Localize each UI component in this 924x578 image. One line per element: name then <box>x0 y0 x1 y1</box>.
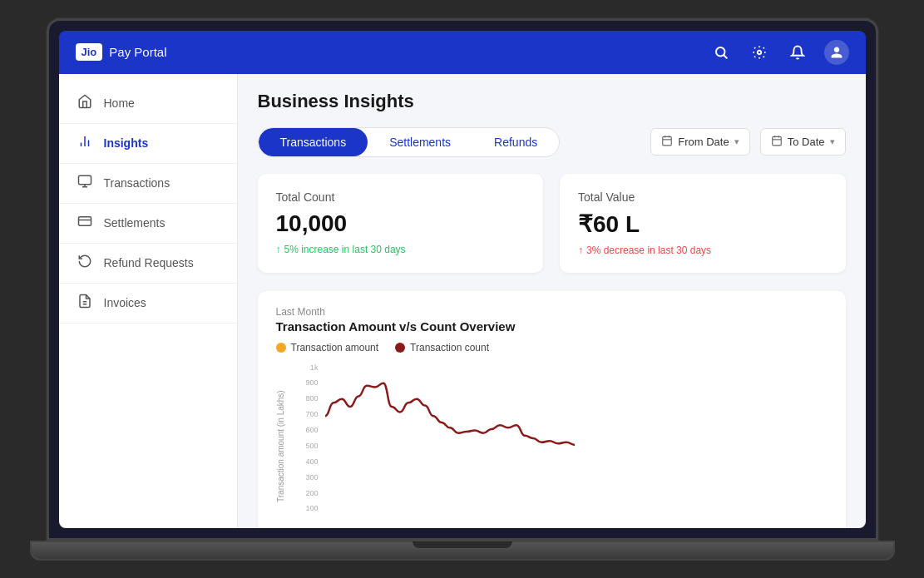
y-axis-label: Transaction amount (in Lakhs) <box>276 363 285 528</box>
logo: Jio Pay Portal <box>76 43 167 61</box>
calendar-icon-2 <box>771 135 783 149</box>
chart-title: Transaction Amount v/s Count Overview <box>276 319 828 333</box>
legend-count-dot <box>395 343 405 353</box>
chart-inner: 1k900800700600500400300200100 <box>289 363 828 528</box>
y-tick: 1k <box>310 363 322 372</box>
sidebar-item-label: Home <box>104 96 135 110</box>
jio-logo: Jio <box>76 43 103 61</box>
y-tick: 900 <box>305 378 321 387</box>
legend-count: Transaction count <box>395 342 489 353</box>
y-tick: 200 <box>305 489 321 497</box>
sidebar-item-label: Invoices <box>104 296 146 309</box>
refund-icon <box>76 254 94 273</box>
y-tick: 100 <box>305 504 321 512</box>
chart-container: Transaction amount (in Lakhs) 1k90080070… <box>276 363 828 528</box>
svg-rect-6 <box>78 175 91 185</box>
from-date-filter[interactable]: From Date ▾ <box>650 128 749 156</box>
bell-icon[interactable] <box>786 41 809 64</box>
line-overlay <box>325 363 575 488</box>
sidebar-item-label: Settlements <box>104 216 166 230</box>
from-date-label: From Date <box>678 136 729 148</box>
sidebar-item-refunds[interactable]: Refund Requests <box>59 244 237 284</box>
stat-value-change-text: 3% decrease in last 30 days <box>586 245 711 256</box>
stat-count-label: Total Count <box>276 190 526 204</box>
calendar-icon <box>661 135 673 149</box>
settlements-icon <box>76 214 94 233</box>
arrow-up-icon-2: ↑ <box>578 245 583 256</box>
chart-subtitle: Last Month <box>276 306 828 318</box>
invoices-icon <box>76 294 94 313</box>
settings-icon[interactable] <box>748 41 771 64</box>
insights-icon <box>76 134 94 153</box>
y-tick: 700 <box>305 410 321 418</box>
topbar: Jio Pay Portal <box>59 31 866 74</box>
laptop-base <box>30 541 895 561</box>
to-date-filter[interactable]: To Date ▾ <box>760 128 846 156</box>
chart-section: Last Month Transaction Amount v/s Count … <box>258 291 846 528</box>
tabs-group: Transactions Settlements Refunds <box>258 127 561 157</box>
tabs-row: Transactions Settlements Refunds <box>258 127 846 157</box>
chevron-down-icon-2: ▾ <box>830 136 835 147</box>
stats-row: Total Count 10,000 ↑ 5% increase in last… <box>258 174 846 273</box>
sidebar-item-settlements[interactable]: Settlements <box>59 204 237 244</box>
arrow-up-icon: ↑ <box>276 244 281 255</box>
tab-transactions[interactable]: Transactions <box>259 128 368 156</box>
user-avatar[interactable] <box>824 40 849 65</box>
chart-legend: Transaction amount Transaction count <box>276 342 828 353</box>
sidebar-item-label: Insights <box>104 136 149 150</box>
stat-value-change: ↑ 3% decrease in last 30 days <box>578 245 828 256</box>
search-icon[interactable] <box>709 41 733 64</box>
stat-count-value: 10,000 <box>276 210 526 237</box>
stat-card-count: Total Count 10,000 ↑ 5% increase in last… <box>258 174 544 273</box>
home-icon <box>76 94 94 113</box>
y-tick: 400 <box>305 457 321 466</box>
sidebar-item-label: Transactions <box>104 176 170 190</box>
sidebar: Home Insights <box>59 74 238 528</box>
stat-value-value: ₹60 L <box>578 210 828 238</box>
y-tick: 300 <box>305 473 321 482</box>
topbar-icons <box>709 40 849 65</box>
stat-count-change-text: 5% increase in last 30 days <box>284 244 406 255</box>
to-date-label: To Date <box>788 136 825 148</box>
svg-rect-7 <box>78 216 91 225</box>
main-content: Business Insights Transactions Settlemen… <box>238 74 866 528</box>
y-tick: 600 <box>305 426 321 434</box>
chevron-down-icon: ▾ <box>734 136 739 147</box>
y-axis: 1k900800700600500400300200100 <box>289 363 322 513</box>
tab-settlements[interactable]: Settlements <box>368 128 472 156</box>
stat-value-label: Total Value <box>578 190 828 204</box>
legend-amount: Transaction amount <box>276 342 379 353</box>
svg-line-1 <box>724 55 726 57</box>
stat-card-value: Total Value ₹60 L ↑ 3% decrease in last … <box>560 174 846 273</box>
date-filters: From Date ▾ <box>650 128 845 156</box>
stat-count-change: ↑ 5% increase in last 30 days <box>276 244 526 255</box>
portal-title: Pay Portal <box>109 45 166 59</box>
sidebar-item-invoices[interactable]: Invoices <box>59 284 237 324</box>
tab-refunds[interactable]: Refunds <box>472 128 559 156</box>
legend-amount-label: Transaction amount <box>291 342 379 353</box>
legend-count-label: Transaction count <box>410 342 489 353</box>
svg-rect-15 <box>772 136 781 146</box>
svg-point-2 <box>757 50 761 54</box>
sidebar-item-home[interactable]: Home <box>59 84 237 124</box>
sidebar-item-label: Refund Requests <box>104 256 194 269</box>
y-tick: 500 <box>305 442 321 450</box>
y-tick: 800 <box>305 394 321 403</box>
transactions-icon <box>76 174 94 193</box>
laptop-notch <box>413 541 512 548</box>
svg-rect-11 <box>663 136 672 146</box>
sidebar-item-transactions[interactable]: Transactions <box>59 164 237 204</box>
page-title: Business Insights <box>258 91 846 112</box>
sidebar-item-insights[interactable]: Insights <box>59 124 237 164</box>
legend-amount-dot <box>276 343 286 353</box>
